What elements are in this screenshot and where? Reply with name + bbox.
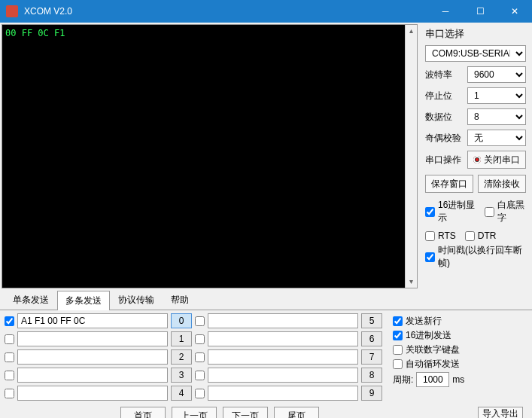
timestamp-check[interactable]: 时间戳(以换行回车断帧) xyxy=(425,244,526,270)
send-row: 3 xyxy=(5,368,192,383)
send-row-check[interactable] xyxy=(5,389,14,398)
stop-select[interactable]: 1 xyxy=(467,87,526,104)
send-area: 01234 56789 发送新行 16进制发送 关联数字键盘 自动循环发送 周期… xyxy=(0,310,532,404)
send-row-check[interactable] xyxy=(195,371,205,380)
minimize-button[interactable]: ─ xyxy=(428,0,463,23)
send-row-check[interactable] xyxy=(5,352,14,362)
tab-multi[interactable]: 多条发送 xyxy=(57,291,110,310)
period-label: 周期: xyxy=(393,374,413,386)
send-row: 4 xyxy=(5,386,192,401)
next-page-button[interactable]: 下一页 xyxy=(223,407,268,418)
data-select[interactable]: 8 xyxy=(467,108,526,125)
send-row-button[interactable]: 8 xyxy=(361,368,382,383)
prev-page-button[interactable]: 上一页 xyxy=(172,407,217,418)
close-button[interactable]: ✕ xyxy=(497,0,532,23)
send-row-input[interactable] xyxy=(17,349,168,365)
send-row: 9 xyxy=(195,386,382,401)
send-row-input[interactable] xyxy=(17,368,168,383)
send-row-button[interactable]: 7 xyxy=(361,349,382,365)
tab-bar: 单条发送 多条发送 协议传输 帮助 xyxy=(0,290,532,310)
dtr-check[interactable]: DTR xyxy=(465,230,497,241)
scroll-down-icon[interactable]: ▾ xyxy=(406,276,417,288)
send-row: 0 xyxy=(5,313,192,328)
serial-group-title: 串口选择 xyxy=(425,27,526,41)
tab-protocol[interactable]: 协议传输 xyxy=(110,290,163,310)
send-row-input[interactable] xyxy=(208,368,358,383)
white-bg-check[interactable]: 白底黑字 xyxy=(485,199,526,224)
send-row: 6 xyxy=(195,331,382,346)
hex-display-check[interactable]: 16进制显示 xyxy=(425,199,476,224)
send-row-check[interactable] xyxy=(5,371,14,380)
terminal-container: 00 FF 0C F1 ▴ ▾ xyxy=(2,24,418,288)
send-row-button[interactable]: 5 xyxy=(361,313,382,328)
send-row-input[interactable] xyxy=(208,386,358,401)
parity-select[interactable]: 无 xyxy=(467,130,526,146)
op-label: 串口操作 xyxy=(425,154,467,166)
first-page-button[interactable]: 首页 xyxy=(120,407,166,418)
last-page-button[interactable]: 尾页 xyxy=(274,407,319,418)
send-row-check[interactable] xyxy=(5,316,14,326)
titlebar: XCOM V2.0 ─ ☐ ✕ xyxy=(0,0,532,23)
port-select[interactable]: COM9:USB-SERIAL xyxy=(425,45,526,62)
app-logo xyxy=(6,5,18,17)
tab-help[interactable]: 帮助 xyxy=(163,290,197,310)
terminal-scrollbar[interactable]: ▴ ▾ xyxy=(405,25,417,288)
send-row-input[interactable] xyxy=(17,331,168,346)
send-row: 2 xyxy=(5,349,192,365)
send-grid: 01234 56789 xyxy=(5,313,382,401)
send-row-input[interactable] xyxy=(17,313,168,328)
period-unit: ms xyxy=(452,374,464,385)
send-row-check[interactable] xyxy=(195,389,205,398)
export-button[interactable]: 导入导出条目 xyxy=(478,407,523,418)
send-row-button[interactable]: 6 xyxy=(361,331,382,346)
send-row-button[interactable]: 3 xyxy=(171,368,192,383)
hex-send-check[interactable]: 16进制发送 xyxy=(393,329,485,342)
numpad-check[interactable]: 关联数字键盘 xyxy=(393,343,485,356)
scroll-up-icon[interactable]: ▴ xyxy=(406,25,417,37)
serial-panel: 串口选择 COM9:USB-SERIAL 波特率 9600 停止位 1 数据位 … xyxy=(419,23,532,290)
maximize-button[interactable]: ☐ xyxy=(463,0,497,23)
baud-select[interactable]: 9600 xyxy=(467,66,526,83)
send-row-check[interactable] xyxy=(195,316,205,326)
nav-row: 首页 上一页 下一页 尾页 导入导出条目 xyxy=(0,404,532,418)
send-row-input[interactable] xyxy=(208,331,358,346)
data-label: 数据位 xyxy=(425,111,467,124)
toggle-port-button[interactable]: 关闭串口 xyxy=(467,151,526,169)
clear-recv-button[interactable]: 清除接收 xyxy=(478,175,526,193)
op-button-label: 关闭串口 xyxy=(484,154,520,166)
tab-single[interactable]: 单条发送 xyxy=(5,290,57,310)
send-row: 8 xyxy=(195,368,382,383)
period-input[interactable] xyxy=(416,372,449,387)
terminal-output[interactable]: 00 FF 0C F1 xyxy=(2,25,405,288)
save-window-button[interactable]: 保存窗口 xyxy=(425,175,473,193)
send-options: 发送新行 16进制发送 关联数字键盘 自动循环发送 周期: ms xyxy=(387,313,485,401)
loop-check[interactable]: 自动循环发送 xyxy=(393,358,485,371)
send-row-button[interactable]: 0 xyxy=(171,313,192,328)
record-icon xyxy=(473,156,481,163)
send-row: 5 xyxy=(195,313,382,328)
baud-label: 波特率 xyxy=(425,69,467,81)
period-row: 周期: ms xyxy=(393,372,485,387)
send-row-input[interactable] xyxy=(17,386,168,401)
send-row-input[interactable] xyxy=(208,349,358,365)
rts-check[interactable]: RTS xyxy=(425,230,456,241)
send-row-check[interactable] xyxy=(195,334,205,344)
send-row: 7 xyxy=(195,349,382,365)
window-title: XCOM V2.0 xyxy=(24,6,428,17)
send-row-button[interactable]: 4 xyxy=(171,386,192,401)
send-row-input[interactable] xyxy=(208,313,358,328)
send-row-button[interactable]: 9 xyxy=(361,386,382,401)
send-row: 1 xyxy=(5,331,192,346)
newline-check[interactable]: 发送新行 xyxy=(393,315,485,328)
send-row-button[interactable]: 1 xyxy=(171,331,192,346)
stop-label: 停止位 xyxy=(425,90,467,102)
parity-label: 奇偶校验 xyxy=(425,132,467,145)
send-row-check[interactable] xyxy=(195,352,205,362)
send-row-button[interactable]: 2 xyxy=(171,349,192,365)
send-row-check[interactable] xyxy=(5,334,14,344)
